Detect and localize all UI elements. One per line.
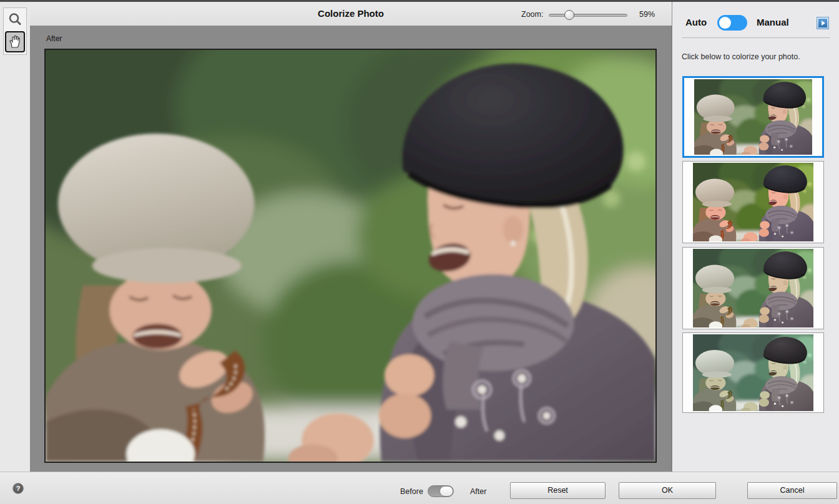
colorize-option-1[interactable]	[682, 76, 824, 158]
before-after-toggle[interactable]	[428, 485, 454, 497]
tutorial-play-button[interactable]	[817, 17, 829, 29]
preview-canvas: After	[30, 26, 672, 472]
colorize-option-4-image	[693, 334, 813, 411]
ok-button[interactable]: OK	[619, 482, 716, 499]
colorize-option-2[interactable]	[682, 161, 824, 243]
colorize-option-3[interactable]	[682, 247, 824, 329]
after-photo-image	[46, 50, 655, 462]
colorize-option-4[interactable]	[682, 332, 824, 413]
colorize-option-1-image	[694, 79, 812, 155]
left-tool-strip	[0, 2, 30, 472]
view-state-label: After	[46, 34, 62, 43]
reset-button[interactable]: Reset	[510, 482, 606, 499]
zoom-slider-track[interactable]	[549, 14, 627, 17]
colorize-hint-text: Click below to colorize your photo.	[682, 52, 800, 61]
manual-mode-label[interactable]: Manual	[757, 17, 789, 27]
colorize-side-panel: Auto Manual Click below to colorize your…	[672, 2, 839, 472]
dialog-titlebar: Colorize Photo Zoom: 59%	[30, 2, 672, 26]
zoom-tool-button[interactable]	[5, 9, 25, 30]
magnifier-icon	[7, 12, 22, 27]
zoom-slider-label: Zoom:	[521, 10, 543, 19]
dialog-footer: ? Before After Reset OK Cancel	[0, 472, 839, 504]
hand-icon	[7, 34, 22, 49]
cancel-button[interactable]: Cancel	[747, 482, 837, 499]
before-label[interactable]: Before	[400, 487, 423, 496]
after-label[interactable]: After	[470, 487, 486, 496]
tools-box	[3, 7, 27, 55]
auto-manual-toggle-knob	[719, 17, 731, 29]
before-after-toggle-knob	[439, 486, 453, 497]
auto-mode-label[interactable]: Auto	[685, 17, 707, 27]
help-button[interactable]: ?	[12, 483, 24, 494]
auto-manual-toggle[interactable]	[717, 15, 747, 31]
colorize-option-2-image	[693, 163, 813, 241]
colorize-option-3-image	[693, 249, 813, 327]
panel-divider	[682, 37, 830, 38]
play-icon	[818, 19, 827, 27]
zoom-slider-thumb[interactable]	[564, 10, 574, 20]
zoom-value: 59%	[639, 10, 655, 19]
after-photo[interactable]	[44, 49, 657, 463]
hand-tool-button[interactable]	[5, 31, 25, 52]
